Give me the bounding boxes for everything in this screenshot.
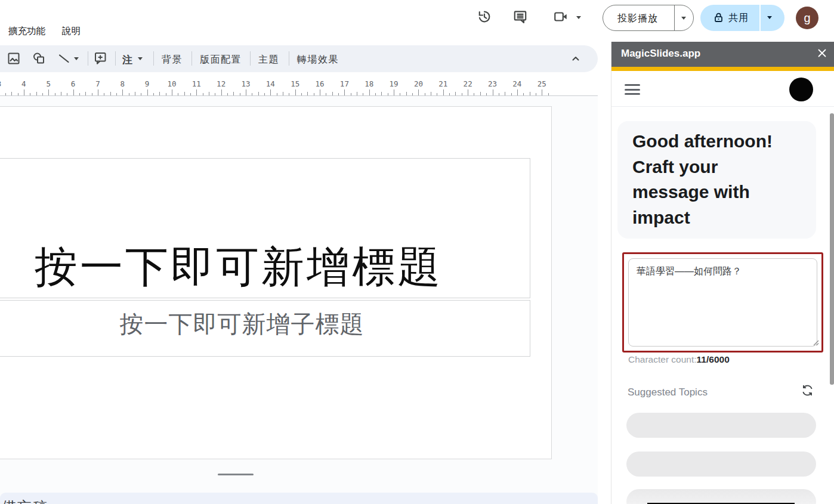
ruler-tick [135, 92, 135, 95]
ruler-tick [36, 92, 37, 95]
ruler-tick [98, 89, 98, 95]
ruler-tick [307, 92, 308, 95]
present-dropdown-caret[interactable] [681, 17, 686, 20]
ruler-number: 11 [192, 79, 201, 88]
slide-canvas: 按一下即可新增標題 按一下即可新增子標題 備忘稿 [0, 96, 598, 504]
ruler-tick [42, 93, 43, 95]
suggested-topic-skeleton[interactable] [626, 452, 816, 477]
ruler-tick [289, 93, 289, 95]
sidebar-menu-button[interactable] [625, 84, 640, 98]
ruler-tick [351, 93, 351, 95]
shape-icon [32, 52, 45, 67]
annotate-button[interactable]: 注 [122, 53, 132, 67]
ruler-number: 23 [488, 79, 497, 88]
ruler-number: 22 [464, 79, 472, 88]
ruler-tick [92, 93, 92, 95]
ruler-number: 14 [266, 79, 275, 88]
ruler-tick [400, 93, 400, 95]
ruler-number: 17 [340, 79, 349, 88]
share-divider [759, 5, 761, 31]
add-comment-button[interactable] [94, 51, 107, 67]
ruler-tick [493, 89, 493, 95]
app-window: 擴充功能 說明 [0, 0, 834, 504]
ruler-tick [431, 92, 431, 95]
ruler-tick [215, 93, 215, 95]
resize-handle-icon[interactable] [813, 338, 819, 348]
sidebar-profile-avatar[interactable] [789, 78, 813, 101]
ruler-tick [5, 93, 6, 95]
title-placeholder-box[interactable]: 按一下即可新增標題 [0, 158, 530, 298]
ruler-tick [455, 92, 456, 95]
comments-button[interactable] [512, 10, 529, 26]
ruler-tick [104, 93, 104, 95]
sidebar-scrollbar-thumb[interactable] [830, 113, 834, 385]
ruler-number: 20 [414, 79, 423, 88]
suggested-topic-skeleton[interactable] [626, 489, 816, 504]
ruler-tick [55, 93, 55, 95]
share-button[interactable]: 共用 [700, 5, 784, 31]
present-button[interactable]: 投影播放 [603, 5, 694, 31]
annotate-dropdown-caret[interactable] [138, 57, 143, 60]
ruler-tick [30, 93, 30, 95]
history-icon [477, 9, 492, 27]
greeting-line: Good afternoon! [632, 129, 816, 154]
refresh-topics-button[interactable] [800, 384, 814, 398]
insert-line-button[interactable] [57, 52, 70, 67]
suggested-topic-skeleton[interactable] [626, 413, 816, 438]
theme-button[interactable]: 主題 [258, 54, 279, 66]
ruler-tick [159, 92, 160, 95]
ruler-tick [443, 89, 444, 95]
suggested-topics-label: Suggested Topics [628, 386, 708, 398]
share-button-label: 共用 [728, 12, 749, 24]
character-count-label: Character count: [628, 354, 697, 364]
lock-icon [713, 13, 724, 25]
ruler-tick [18, 93, 18, 95]
topic-input[interactable]: 華語學習——如何問路？ [628, 258, 817, 347]
close-icon [817, 48, 827, 60]
menu-extensions[interactable]: 擴充功能 [8, 25, 45, 38]
share-dropdown-caret[interactable] [767, 16, 772, 19]
ruler-tick [437, 93, 437, 95]
present-button-label: 投影播放 [617, 13, 658, 25]
transition-button[interactable]: 轉場效果 [297, 54, 339, 66]
notes-resize-handle[interactable] [218, 474, 254, 475]
speaker-notes-strip[interactable]: 備忘稿 [0, 493, 598, 504]
ruler-tick [418, 89, 419, 95]
chevron-down-icon [138, 57, 143, 60]
toolbar-separator [289, 51, 289, 66]
ruler-tick [61, 92, 61, 95]
meet-button[interactable] [552, 10, 569, 26]
sidebar-close-button[interactable] [817, 49, 827, 60]
ruler-tick [209, 92, 209, 95]
line-dropdown-caret[interactable] [74, 57, 79, 60]
ruler-tick [320, 89, 320, 95]
ruler-tick [166, 93, 166, 95]
ruler-number: 15 [291, 79, 299, 88]
meet-dropdown-caret[interactable] [576, 16, 581, 19]
toolbar-separator [250, 51, 251, 66]
ruler-tick [283, 92, 283, 95]
topic-input-highlight-box: 華語學習——如何問路？ [622, 252, 823, 353]
account-avatar[interactable]: g [796, 7, 818, 29]
subtitle-placeholder-box[interactable]: 按一下即可新增子標題 [0, 300, 530, 357]
background-button[interactable]: 背景 [162, 54, 183, 66]
ruler-tick [277, 93, 277, 95]
ruler-tick [542, 89, 542, 95]
character-count-value: 11/6000 [697, 354, 730, 364]
chevron-down-icon [767, 16, 772, 19]
version-history-button[interactable] [476, 10, 493, 26]
image-icon [7, 52, 20, 67]
ruler-tick [122, 89, 123, 95]
ruler-tick [388, 93, 388, 95]
layout-button[interactable]: 版面配置 [200, 54, 242, 66]
insert-shape-button[interactable] [32, 52, 45, 67]
ruler-tick [178, 93, 178, 95]
menu-help[interactable]: 說明 [62, 25, 81, 38]
toolbar-collapse-button[interactable] [571, 54, 580, 66]
ruler-tick [468, 89, 468, 95]
ruler-tick [153, 93, 154, 95]
ruler-tick [394, 89, 394, 95]
insert-image-button[interactable] [7, 52, 20, 67]
ruler-number: 5 [46, 79, 51, 88]
ruler-tick [332, 92, 333, 95]
